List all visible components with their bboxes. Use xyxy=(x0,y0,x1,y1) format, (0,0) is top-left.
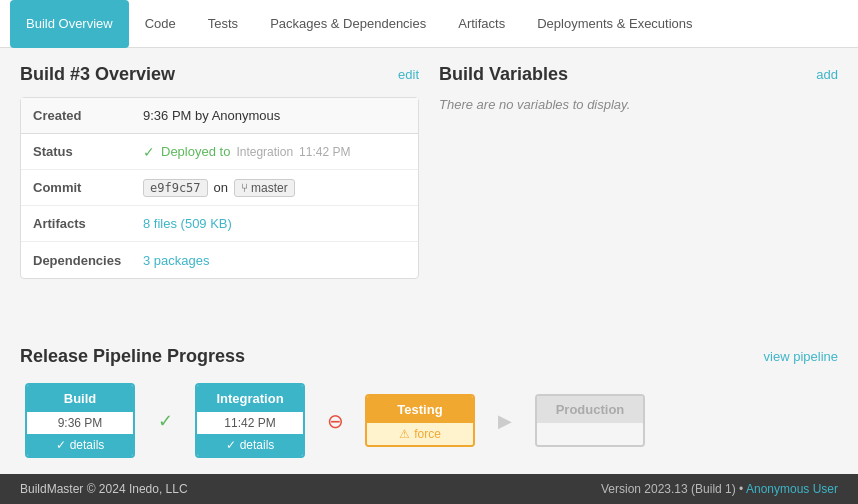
commit-label: Commit xyxy=(33,180,143,195)
tab-deployments-executions[interactable]: Deployments & Executions xyxy=(521,0,708,48)
block-connector-icon: ⊖ xyxy=(327,409,344,433)
stage-build-details-label: details xyxy=(70,438,105,452)
status-env-text: Integration xyxy=(236,145,293,159)
stage-testing-force-label: force xyxy=(414,427,441,441)
pipeline-stages: Build 9:36 PM ✓ details ✓ Integration 11… xyxy=(20,383,838,458)
variables-header: Build Variables add xyxy=(439,64,838,85)
status-row: Status ✓ Deployed to Integration 11:42 P… xyxy=(21,134,418,170)
stage-integration: Integration 11:42 PM ✓ details xyxy=(190,383,310,458)
stage-integration-time: 11:42 PM xyxy=(197,412,303,434)
stage-production: Production xyxy=(530,394,650,447)
commit-on-text: on xyxy=(214,180,228,195)
stage-testing-card: Testing ⚠ force xyxy=(365,394,475,447)
artifacts-row: Artifacts 8 files (509 KB) xyxy=(21,206,418,242)
right-panel: Build Variables add There are no variabl… xyxy=(439,64,838,330)
stage-testing-header: Testing xyxy=(367,396,473,423)
status-check-icon: ✓ xyxy=(143,144,155,160)
footer: BuildMaster © 2024 Inedo, LLC Version 20… xyxy=(0,474,858,504)
status-deployed-text: Deployed to xyxy=(161,144,230,159)
tab-build-overview[interactable]: Build Overview xyxy=(10,0,129,48)
stage-integration-header: Integration xyxy=(197,385,303,412)
stage-production-time xyxy=(537,423,643,445)
checkmark-icon-2: ✓ xyxy=(226,438,236,452)
stage-build-details[interactable]: ✓ details xyxy=(27,434,133,456)
footer-version: Version 2023.13 (Build 1) xyxy=(601,482,736,496)
stage-build-header: Build xyxy=(27,385,133,412)
branch-badge[interactable]: ⑂ master xyxy=(234,179,295,197)
branch-name: master xyxy=(251,181,288,195)
tab-code[interactable]: Code xyxy=(129,0,192,48)
top-navigation: Build Overview Code Tests Packages & Dep… xyxy=(0,0,858,48)
left-panel: Build #3 Overview edit Created 9:36 PM b… xyxy=(20,64,419,330)
artifacts-link[interactable]: 8 files (509 KB) xyxy=(143,216,232,231)
build-overview-title: Build #3 Overview xyxy=(20,64,175,85)
stage-build: Build 9:36 PM ✓ details xyxy=(20,383,140,458)
footer-left: BuildMaster © 2024 Inedo, LLC xyxy=(20,482,188,496)
build-info-table: Created 9:36 PM by Anonymous Status ✓ De… xyxy=(20,97,419,279)
stage-testing-warning[interactable]: ⚠ force xyxy=(367,423,473,445)
stage-integration-card: Integration 11:42 PM ✓ details xyxy=(195,383,305,458)
commit-hash[interactable]: e9f9c57 xyxy=(143,179,208,197)
commit-value: e9f9c57 on ⑂ master xyxy=(143,179,295,197)
artifacts-value: 8 files (509 KB) xyxy=(143,216,232,231)
connector-block: ⊖ xyxy=(310,409,360,433)
edit-link[interactable]: edit xyxy=(398,67,419,82)
stage-production-header: Production xyxy=(537,396,643,423)
pipeline-title: Release Pipeline Progress xyxy=(20,346,245,367)
stage-testing: Testing ⚠ force xyxy=(360,394,480,447)
stage-integration-details[interactable]: ✓ details xyxy=(197,434,303,456)
tab-packages-dependencies[interactable]: Packages & Dependencies xyxy=(254,0,442,48)
deps-label: Dependencies xyxy=(33,253,143,268)
pipeline-section: Release Pipeline Progress view pipeline … xyxy=(0,346,858,474)
commit-row: Commit e9f9c57 on ⑂ master xyxy=(21,170,418,206)
stage-build-card: Build 9:36 PM ✓ details xyxy=(25,383,135,458)
created-row: Created 9:36 PM by Anonymous xyxy=(21,98,418,134)
connector-check: ✓ xyxy=(140,410,190,432)
artifacts-label: Artifacts xyxy=(33,216,143,231)
footer-right: Version 2023.13 (Build 1) • Anonymous Us… xyxy=(601,482,838,496)
checkmark-icon: ✓ xyxy=(56,438,66,452)
check-connector-icon: ✓ xyxy=(158,410,173,432)
pipeline-header: Release Pipeline Progress view pipeline xyxy=(20,346,838,367)
dependencies-row: Dependencies 3 packages xyxy=(21,242,418,278)
build-overview-header: Build #3 Overview edit xyxy=(20,64,419,85)
footer-user: Anonymous User xyxy=(746,482,838,496)
footer-separator: • xyxy=(739,482,746,496)
deps-link[interactable]: 3 packages xyxy=(143,253,210,268)
view-pipeline-link[interactable]: view pipeline xyxy=(764,349,838,364)
add-variable-link[interactable]: add xyxy=(816,67,838,82)
variables-empty-text: There are no variables to display. xyxy=(439,97,838,112)
stage-build-time: 9:36 PM xyxy=(27,412,133,434)
created-label: Created xyxy=(33,108,143,123)
warning-icon: ⚠ xyxy=(399,427,410,441)
tab-artifacts[interactable]: Artifacts xyxy=(442,0,521,48)
deps-value: 3 packages xyxy=(143,253,210,268)
tab-tests[interactable]: Tests xyxy=(192,0,254,48)
variables-title: Build Variables xyxy=(439,64,568,85)
stage-production-card: Production xyxy=(535,394,645,447)
main-content: Build #3 Overview edit Created 9:36 PM b… xyxy=(0,48,858,346)
branch-icon: ⑂ xyxy=(241,181,248,195)
status-value: ✓ Deployed to Integration 11:42 PM xyxy=(143,144,350,160)
created-value: 9:36 PM by Anonymous xyxy=(143,108,280,123)
play-connector-icon: ▶ xyxy=(498,410,512,432)
status-time-text: 11:42 PM xyxy=(299,145,350,159)
status-label: Status xyxy=(33,144,143,159)
stage-integration-details-label: details xyxy=(240,438,275,452)
connector-play: ▶ xyxy=(480,410,530,432)
